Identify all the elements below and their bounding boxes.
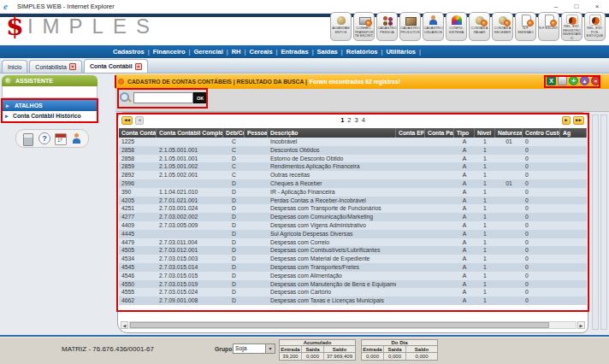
- column-header-centro-custo[interactable]: Centro Custo: [523, 128, 560, 138]
- menu-item-relatorios[interactable]: Relatórios: [343, 48, 381, 56]
- table-row[interactable]: 28582.1.05.001.001CDescontos ObtidosA10: [119, 146, 587, 155]
- upload-icon[interactable]: [580, 76, 589, 85]
- horizontal-scrollbar[interactable]: ◀ ▶: [121, 320, 585, 329]
- menu-item-financeiro[interactable]: Financeiro: [150, 48, 189, 56]
- table-row[interactable]: 45502.7.03.015.019DDespesas com Manutenç…: [119, 280, 587, 289]
- table-row[interactable]: 46622.7.09.001.008DDespesas com Taxas e …: [119, 296, 587, 305]
- excel-export-icon[interactable]: [547, 76, 556, 85]
- table-row[interactable]: 45452.7.03.015.014DDespesas com Transpor…: [119, 263, 587, 272]
- menu-item-saidas[interactable]: Saídas: [314, 48, 341, 56]
- results-panel: ◀◀ ◀ 1234 ▶ ▶▶ Conta ContábilConta Contá…: [117, 112, 588, 333]
- menu-item-cadastros[interactable]: Cadastros: [109, 48, 148, 56]
- page-number-2[interactable]: 2: [347, 116, 351, 124]
- menu-item-utilitarios[interactable]: Utilitários: [382, 48, 419, 56]
- vertical-scrollbar[interactable]: [592, 114, 599, 330]
- scrollbar-thumb[interactable]: [130, 322, 549, 328]
- table-cell: [560, 288, 587, 296]
- page-number-3[interactable]: 3: [355, 116, 358, 124]
- table-row[interactable]: 44092.7.03.005.009DDespesas com Vigens A…: [119, 221, 587, 230]
- table-cell: 1: [475, 213, 495, 221]
- calendar-icon[interactable]: 17: [55, 132, 66, 145]
- scroll-left-icon[interactable]: ◀: [121, 321, 128, 329]
- table-cell: 1: [475, 188, 495, 197]
- table-row[interactable]: 42772.7.03.002.002DDespesas com Comunica…: [119, 213, 587, 221]
- table-row[interactable]: 28582.1.05.001.001DEstorno de Desconto O…: [119, 155, 587, 163]
- help-icon[interactable]: [38, 132, 50, 145]
- toolbar-button-conhec-transporte-escrit[interactable]: CONHEC. TRANSPORTE ESCRIT.: [353, 12, 375, 41]
- search-input[interactable]: [133, 92, 193, 103]
- menu-item-gerencial[interactable]: Gerencial: [191, 48, 227, 56]
- scrollbar-track[interactable]: [129, 321, 576, 329]
- toolbar-button-n-f-escrit[interactable]: N F ESCRIT.: [538, 12, 559, 41]
- calculator-icon[interactable]: [22, 132, 33, 145]
- group-select[interactable]: Soja: [233, 343, 275, 354]
- table-row[interactable]: 42512.7.03.001.024DDespesas com Transpor…: [119, 204, 587, 213]
- table-row[interactable]: 1225CIncobrávelA1010: [119, 138, 587, 146]
- column-header-deb-cred[interactable]: Déb/Créd: [223, 128, 245, 138]
- summary-header-row: EntradaSaídaSaldo: [362, 346, 437, 353]
- tab-close-icon[interactable]: ×: [69, 63, 76, 70]
- add-record-icon[interactable]: [569, 76, 578, 85]
- menu-item-rh[interactable]: RH: [228, 48, 245, 56]
- table-row[interactable]: 45342.7.03.015.003DDespesas com Material…: [119, 255, 587, 263]
- toolbar-button-cadastro-produtos[interactable]: CADASTRO PRODUTOS: [399, 12, 421, 41]
- sidebar-item-conta-contabil-historico[interactable]: Conta Contábil Histórico: [3, 111, 97, 121]
- table-row[interactable]: 3901.1.04.021.010DIR - Aplicação Finance…: [119, 188, 587, 197]
- page-number-4[interactable]: 4: [362, 116, 365, 124]
- toolbar-button-rel-est-registro-inventario[interactable]: REL. EST. REGISTRO INVENTÁRIO: [561, 12, 582, 41]
- table-row[interactable]: 45552.7.03.015.024DDespesas com Cartório…: [119, 288, 587, 296]
- summary-value: 0,000: [384, 353, 406, 360]
- search-ok-button[interactable]: OK: [193, 92, 207, 103]
- column-header-tipo[interactable]: Tipo: [454, 128, 475, 138]
- table-cell: 4550: [119, 280, 157, 289]
- assistente-header[interactable]: ASSISTENTE: [2, 75, 98, 86]
- toolbar-button-contas-a-pagar[interactable]: CONTAS A PAGAR: [469, 12, 490, 41]
- table-cell: Despesas com Comunicação/Marketing: [268, 213, 396, 221]
- tab-contabilista[interactable]: Contabilista×: [29, 60, 82, 73]
- column-header-conta-pai[interactable]: Conta Pai: [425, 128, 454, 138]
- window-vertical-scrollbar[interactable]: [600, 114, 607, 330]
- table-row[interactable]: 45462.7.03.015.015DDespesas com Alimenta…: [119, 272, 587, 280]
- user-icon[interactable]: [71, 132, 82, 145]
- toolbar-button-contas-a-receber[interactable]: CONTAS A RECEBER: [492, 12, 513, 41]
- menu-item-cereais[interactable]: Cereais: [245, 48, 275, 56]
- column-header-conta-contabil-completa[interactable]: Conta Contábil Completa: [157, 128, 223, 138]
- table-cell: Estorno de Desconto Obtido: [268, 155, 396, 163]
- tab-close-icon[interactable]: ×: [135, 63, 142, 70]
- table-cell: [396, 272, 425, 280]
- printer-icon[interactable]: [558, 76, 567, 85]
- scroll-right-icon[interactable]: ▶: [577, 321, 585, 329]
- toolbar-button-cadastro-pessoa[interactable]: CADASTRO PESSOA: [376, 12, 398, 41]
- page-number-1[interactable]: 1: [340, 116, 344, 124]
- toolbar-button-config-sistema[interactable]: CONFIG. SISTEMA: [446, 12, 467, 41]
- next-page-button[interactable]: ▶: [562, 116, 571, 125]
- table-row[interactable]: 45052.7.03.012.001DDespesas com Combustí…: [119, 246, 587, 255]
- table-row[interactable]: 28592.1.05.001.002CRendimentos Aplicação…: [119, 162, 587, 171]
- tab-inicio[interactable]: Inicio: [2, 60, 27, 73]
- table-cell: 0: [523, 204, 560, 213]
- column-header-natureza[interactable]: Natureza: [495, 128, 523, 138]
- column-header-nivel[interactable]: Nível: [475, 128, 495, 138]
- column-header-pessoa[interactable]: Pessoa: [245, 128, 268, 138]
- close-panel-icon[interactable]: [591, 76, 600, 85]
- table-row[interactable]: 4445DSul Agricola Despesas DiversasA10: [119, 230, 587, 238]
- toolbar-button-adiantamentos[interactable]: ADIANTAMENTOS: [330, 12, 352, 41]
- toolbar-button-n-f-emissao[interactable]: N F EMISSÃO: [515, 12, 536, 41]
- table-cell: D: [223, 230, 245, 238]
- tab-conta-contabil[interactable]: Conta Contábil×: [84, 59, 148, 73]
- table-row[interactable]: 2996DCheques à ReceberA1010: [119, 179, 587, 188]
- column-header-descricao[interactable]: Descrição: [268, 128, 396, 138]
- atalhos-header[interactable]: ATALHOS: [3, 100, 97, 111]
- toolbar-button-cadastro-usuarios[interactable]: CADASTRO USUÁRIOS: [423, 12, 444, 41]
- table-cell: D: [223, 155, 245, 163]
- column-header-ag[interactable]: Ag: [560, 128, 587, 138]
- menu-item-entradas[interactable]: Entradas: [278, 48, 312, 56]
- table-row[interactable]: 28922.1.05.002.001COutras receitasA10: [119, 171, 587, 179]
- column-header-conta-contabil[interactable]: Conta Contábil: [119, 128, 157, 138]
- column-header-conta-efd[interactable]: Conta EFD: [396, 128, 425, 138]
- table-row[interactable]: 42052.7.01.021.001DPerdas Contas a Receb…: [119, 197, 587, 205]
- table-cell: A: [454, 221, 475, 230]
- table-row[interactable]: 44792.7.03.011.004DDespesas com CorreioA…: [119, 238, 587, 247]
- last-page-button[interactable]: ▶▶: [573, 116, 584, 125]
- toolbar-button-rel-est-pos-estoque[interactable]: REL. EST. POS. ESTOQUE: [584, 12, 606, 41]
